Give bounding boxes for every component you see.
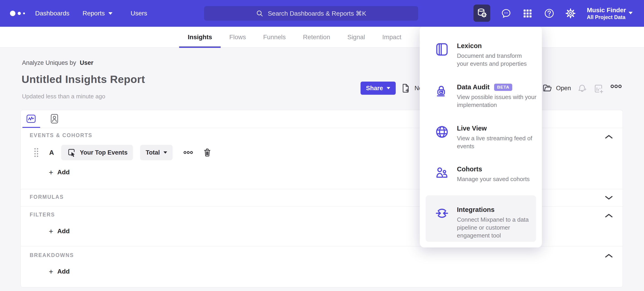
mixpanel-logo[interactable] xyxy=(10,11,25,16)
event-selector-button[interactable]: Your Top Events xyxy=(61,145,133,160)
settings-button[interactable] xyxy=(565,8,576,19)
analyze-uniques-row: Analyze Uniques byUser xyxy=(22,59,94,66)
menu-item-live-view[interactable]: Live View View a live streaming feed of … xyxy=(436,125,548,150)
share-button[interactable]: Share xyxy=(360,82,396,95)
create-alert-button[interactable] xyxy=(577,83,587,94)
project-chevron-down-icon xyxy=(628,12,633,14)
collapse-breakdowns-chevron-up[interactable] xyxy=(605,254,613,258)
nav-dashboards-label: Dashboards xyxy=(35,10,70,17)
report-title[interactable]: Untitled Insights Report xyxy=(22,73,145,85)
logo-dot-medium xyxy=(18,12,21,15)
profiles-view-tab[interactable] xyxy=(49,113,60,125)
event-row-more-button[interactable] xyxy=(184,148,193,157)
share-button-label: Share xyxy=(366,85,383,92)
profile-card-icon xyxy=(49,114,60,124)
search-icon xyxy=(256,10,263,17)
top-navigation-bar: Dashboards Reports Users Search Dashboar… xyxy=(0,0,644,27)
bell-plus-icon xyxy=(577,83,587,94)
gear-icon xyxy=(565,8,576,19)
tab-impact[interactable]: Impact xyxy=(374,27,410,48)
integrations-sync-icon xyxy=(436,207,448,220)
add-breakdown-button[interactable]: + Add xyxy=(49,268,70,275)
menu-item-cohorts[interactable]: Cohorts Manage your saved cohorts xyxy=(436,165,552,183)
metrics-view-tab[interactable] xyxy=(26,113,36,125)
add-filter-label: Add xyxy=(57,228,70,235)
help-button[interactable] xyxy=(544,8,555,19)
analyze-value-selector[interactable]: User xyxy=(80,59,94,66)
project-selector[interactable]: Music Finder All Project Data xyxy=(587,6,626,20)
nav-dashboards[interactable]: Dashboards xyxy=(35,10,70,17)
menu-item-desc: Document and transform your events and p… xyxy=(457,52,532,68)
database-gear-icon xyxy=(476,7,488,19)
menu-item-desc: Connect Mixpanel to a data pipeline or c… xyxy=(457,216,538,240)
menu-item-data-audit[interactable]: Data Audit BETA View possible issues wit… xyxy=(436,83,548,109)
more-dots-icon xyxy=(610,84,622,89)
tab-insights-label: Insights xyxy=(188,33,212,41)
lexicon-icon xyxy=(436,43,448,56)
expand-formulas-chevron-down[interactable] xyxy=(605,195,613,200)
report-updated-timestamp: Updated less than a minute ago xyxy=(22,93,105,100)
plus-icon: + xyxy=(49,228,53,234)
mixpanel-app: Dashboards Reports Users Search Dashboar… xyxy=(0,0,644,291)
menu-item-desc: View a live streaming feed of events xyxy=(457,134,548,150)
plus-icon: + xyxy=(49,169,53,175)
drag-handle[interactable] xyxy=(33,147,39,158)
menu-item-title: Live View xyxy=(457,125,548,132)
tab-signal-label: Signal xyxy=(348,33,365,41)
nav-reports-label: Reports xyxy=(82,10,105,17)
logo-dot-large xyxy=(10,11,16,16)
search-placeholder: Search Dashboards & Reports ⌘K xyxy=(268,10,366,17)
report-tabs: Insights Flows Funnels Retention Signal … xyxy=(179,27,410,48)
add-to-dashboard-button[interactable] xyxy=(594,83,604,94)
add-event-button[interactable]: + Add xyxy=(49,169,70,176)
tab-funnels[interactable]: Funnels xyxy=(254,27,294,48)
beta-badge: BETA xyxy=(494,84,512,91)
nav-users[interactable]: Users xyxy=(130,10,147,17)
project-scope: All Project Data xyxy=(587,14,626,20)
tab-impact-label: Impact xyxy=(382,33,401,41)
apps-grid-button[interactable] xyxy=(522,8,533,19)
menu-item-title: Integrations xyxy=(457,206,538,214)
chart-plus-icon xyxy=(594,83,604,94)
menu-item-title: Lexicon xyxy=(457,42,532,50)
trash-icon xyxy=(202,148,212,157)
nav-reports[interactable]: Reports xyxy=(82,10,112,17)
event-selector-label: Your Top Events xyxy=(80,149,128,156)
tab-signal[interactable]: Signal xyxy=(339,27,374,48)
section-breakdowns-label: BREAKDOWNS xyxy=(30,252,74,258)
tab-insights[interactable]: Insights xyxy=(179,27,221,48)
add-filter-button[interactable]: + Add xyxy=(49,228,70,235)
menu-item-lexicon[interactable]: Lexicon Document and transform your even… xyxy=(436,42,532,68)
menu-item-desc: Manage your saved cohorts xyxy=(457,175,552,183)
menu-item-integrations[interactable]: Integrations Connect Mixpanel to a data … xyxy=(436,206,538,240)
help-icon xyxy=(544,8,555,19)
nav-users-label: Users xyxy=(130,10,147,17)
report-more-button[interactable] xyxy=(610,84,622,89)
data-management-button[interactable] xyxy=(474,4,490,22)
cohorts-people-icon xyxy=(436,166,448,179)
analyze-label: Analyze Uniques by xyxy=(22,59,76,66)
collapse-filters-chevron-up[interactable] xyxy=(605,214,613,218)
section-filters-label: FILTERS xyxy=(30,212,55,218)
tab-funnels-label: Funnels xyxy=(263,33,286,41)
menu-item-title: Data Audit xyxy=(457,83,490,91)
metric-chevron-down-icon xyxy=(164,151,167,154)
metric-selector-label: Total xyxy=(146,149,160,156)
event-row-delete-button[interactable] xyxy=(202,148,212,157)
tab-flows[interactable]: Flows xyxy=(221,27,254,48)
report-tabbar: Insights Flows Funnels Retention Signal … xyxy=(0,27,644,48)
section-events-cohorts-label: EVENTS & COHORTS xyxy=(30,132,92,138)
tab-retention[interactable]: Retention xyxy=(294,27,339,48)
share-chevron-down-icon xyxy=(387,87,390,89)
event-row-a: A Your Top Events Total xyxy=(33,145,212,160)
collapse-events-chevron-up[interactable] xyxy=(605,135,613,139)
add-event-label: Add xyxy=(57,169,70,176)
feedback-bubble-icon xyxy=(501,8,512,19)
feedback-button[interactable] xyxy=(501,8,512,19)
new-document-icon xyxy=(400,83,411,93)
plus-icon: + xyxy=(49,268,53,275)
metric-selector-button[interactable]: Total xyxy=(140,145,172,160)
global-search-input[interactable]: Search Dashboards & Reports ⌘K xyxy=(204,6,418,21)
event-click-icon xyxy=(67,148,76,157)
open-report-label: Open xyxy=(556,85,571,92)
